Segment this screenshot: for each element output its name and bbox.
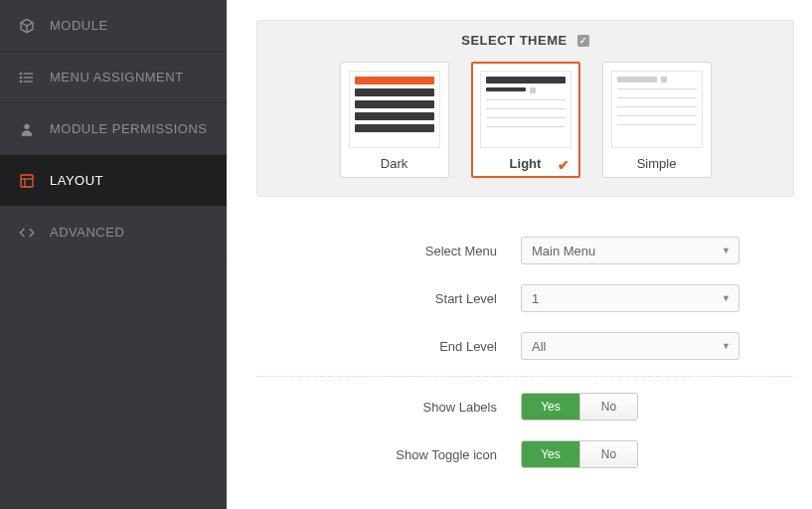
row-end-level: End Level All ▼ [256, 322, 794, 370]
end-level-dropdown[interactable]: All ▼ [521, 332, 739, 360]
sidebar-item-menu-assignment[interactable]: MENU ASSIGNMENT [0, 52, 227, 103]
row-start-level: Start Level 1 ▼ [256, 274, 794, 322]
main-content: SELECT THEME ✓ Dark [227, 0, 812, 509]
sidebar-item-label: ADVANCED [50, 225, 124, 240]
row-select-menu: Select Menu Main Menu ▼ [256, 227, 794, 274]
label-start-level: Start Level [256, 291, 515, 306]
svg-point-3 [20, 73, 21, 74]
label-select-menu: Select Menu [256, 244, 515, 258]
select-value: All [532, 339, 546, 354]
theme-option-simple[interactable]: Simple [602, 62, 712, 178]
select-value: 1 [532, 291, 539, 306]
sidebar-item-label: MENU ASSIGNMENT [50, 70, 184, 85]
row-show-toggle-icon: Show Toggle icon Yes No [256, 430, 794, 478]
chevron-down-icon: ▼ [722, 293, 731, 303]
sidebar-item-label: MODULE [50, 18, 108, 33]
toggle-yes[interactable]: Yes [522, 394, 579, 420]
chevron-down-icon: ▼ [722, 341, 731, 351]
chevron-down-icon: ▼ [722, 246, 731, 255]
svg-point-4 [20, 77, 21, 78]
sidebar-item-label: MODULE PERMISSIONS [50, 121, 208, 136]
toggle-yes[interactable]: Yes [522, 441, 579, 467]
select-theme-header: SELECT THEME ✓ [271, 33, 779, 48]
theme-thumbnail [611, 71, 703, 148]
toggle-no[interactable]: No [579, 394, 637, 420]
theme-thumbnail [480, 71, 571, 148]
sidebar-item-advanced[interactable]: ADVANCED [0, 207, 227, 258]
label-show-toggle-icon: Show Toggle icon [256, 447, 515, 462]
svg-point-5 [20, 81, 21, 82]
show-labels-toggle[interactable]: Yes No [521, 393, 638, 421]
toggle-no[interactable]: No [579, 441, 637, 467]
theme-options-row: Dark Light ✔ Simple [271, 62, 779, 178]
select-theme-panel: SELECT THEME ✓ Dark [256, 20, 794, 197]
label-show-labels: Show Labels [256, 400, 515, 415]
theme-option-light[interactable]: Light ✔ [471, 62, 580, 178]
cube-icon [18, 18, 36, 34]
theme-option-dark[interactable]: Dark [340, 62, 449, 178]
theme-option-label: Simple [611, 156, 703, 171]
select-theme-title: SELECT THEME [461, 33, 567, 48]
user-icon [18, 121, 36, 137]
select-value: Main Menu [532, 244, 595, 258]
start-level-dropdown[interactable]: 1 ▼ [521, 284, 739, 312]
show-toggle-icon-toggle[interactable]: Yes No [521, 440, 638, 468]
select-menu-dropdown[interactable]: Main Menu ▼ [521, 237, 739, 264]
sidebar-item-module[interactable]: MODULE [0, 0, 227, 52]
sidebar-item-label: LAYOUT [50, 173, 103, 188]
checkmark-icon: ✔ [558, 157, 569, 173]
theme-option-label: Dark [349, 156, 440, 171]
theme-option-label: Light ✔ [480, 156, 571, 171]
svg-point-6 [24, 123, 29, 128]
theme-thumbnail [349, 71, 440, 148]
svg-rect-7 [21, 175, 33, 187]
layout-icon [18, 173, 36, 189]
list-icon [18, 70, 36, 85]
code-icon [18, 225, 36, 241]
check-icon: ✓ [577, 35, 589, 47]
sidebar-item-layout[interactable]: LAYOUT [0, 155, 227, 207]
row-show-labels: Show Labels Yes No [256, 383, 794, 430]
sidebar: MODULE MENU ASSIGNMENT MODULE PERMISSION… [0, 0, 227, 509]
label-end-level: End Level [256, 339, 515, 354]
sidebar-item-module-permissions[interactable]: MODULE PERMISSIONS [0, 103, 227, 155]
separator [256, 376, 794, 377]
